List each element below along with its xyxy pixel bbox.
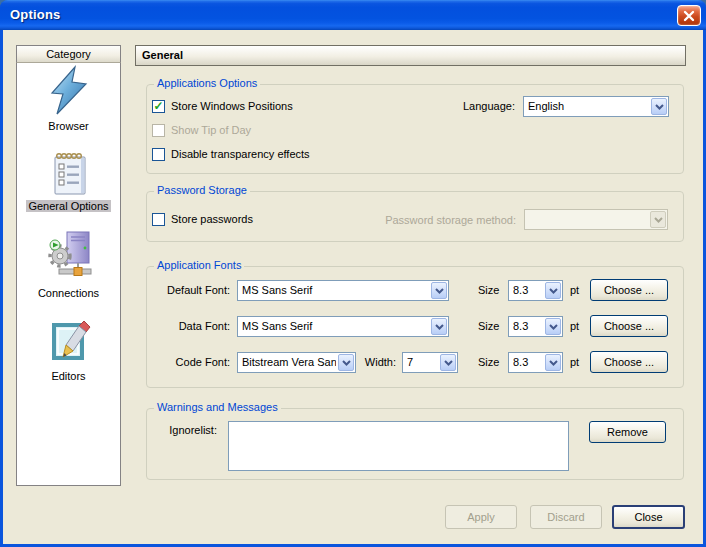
language-label: Language: [440, 100, 515, 113]
show-tip-of-day-checkbox [152, 124, 165, 137]
sidebar-item-label-selected: General Options [26, 200, 110, 212]
data-font-value: MS Sans Serif [242, 320, 429, 332]
code-size-select[interactable]: 8.3 [508, 352, 563, 373]
store-passwords-label: Store passwords [171, 213, 253, 226]
code-font-choose-button[interactable]: Choose ... [590, 351, 668, 373]
ignorelist-listbox[interactable] [228, 421, 569, 471]
window-title: Options [10, 7, 61, 22]
default-size-dropdown-button[interactable] [545, 282, 561, 299]
language-select[interactable]: English [523, 96, 669, 117]
store-passwords-checkbox[interactable] [152, 213, 165, 226]
group-title: Applications Options [154, 77, 260, 90]
code-font-dropdown-button[interactable] [338, 354, 354, 371]
data-font-dropdown-button[interactable] [431, 318, 447, 335]
close-button[interactable] [677, 5, 701, 26]
group-title: Password Storage [154, 184, 250, 197]
titlebar[interactable]: Options [0, 0, 706, 30]
code-width-value: 7 [407, 356, 438, 368]
remove-button[interactable]: Remove [589, 421, 666, 443]
editors-icon[interactable] [48, 316, 94, 366]
default-size-value: 8.3 [513, 284, 543, 296]
default-font-choose-button[interactable]: Choose ... [590, 279, 668, 301]
sidebar-item-label: Connections [38, 287, 99, 299]
discard-button: Discard [530, 505, 602, 529]
apply-button: Apply [445, 505, 517, 529]
code-width-dropdown-button[interactable] [440, 354, 456, 371]
connections-icon[interactable] [45, 228, 95, 280]
code-size-dropdown-button[interactable] [545, 354, 561, 371]
close-dialog-button[interactable]: Close [612, 505, 685, 529]
options-dialog: Options Category Browser [0, 0, 706, 547]
chevron-down-icon [435, 288, 444, 294]
code-width-select[interactable]: 7 [402, 352, 458, 373]
sidebar-item-connections[interactable]: Connections [16, 287, 121, 300]
category-list-header: Category [16, 45, 121, 63]
chevron-down-icon [549, 360, 558, 366]
page-title: General [135, 45, 686, 66]
language-value: English [528, 100, 649, 112]
disable-transparency-checkbox[interactable] [152, 148, 165, 161]
data-pt-label: pt [570, 320, 579, 333]
code-font-select[interactable]: Bitstream Vera Sans Mo [237, 352, 356, 373]
chevron-down-icon [444, 360, 453, 366]
password-method-select [524, 209, 668, 230]
chevron-down-icon [549, 324, 558, 330]
browser-icon[interactable] [45, 64, 93, 116]
password-method-dropdown-button [650, 211, 666, 228]
sidebar-item-label: Browser [48, 120, 88, 132]
group-title: Application Fonts [154, 259, 244, 272]
show-tip-of-day-label: Show Tip of Day [171, 124, 251, 137]
default-font-select[interactable]: MS Sans Serif [237, 280, 449, 301]
button-label: Close [634, 511, 662, 523]
close-icon [683, 10, 695, 22]
default-size-select[interactable]: 8.3 [508, 280, 563, 301]
disable-transparency-label: Disable transparency effects [171, 148, 310, 161]
button-label: Choose ... [604, 284, 654, 296]
check-icon: ✓ [153, 99, 163, 113]
data-size-select[interactable]: 8.3 [508, 316, 563, 337]
default-pt-label: pt [570, 284, 579, 297]
data-font-choose-button[interactable]: Choose ... [590, 315, 668, 337]
password-method-label: Password storage method: [378, 214, 516, 227]
data-size-value: 8.3 [513, 320, 543, 332]
button-label: Apply [467, 511, 495, 523]
store-windows-positions-label: Store Windows Positions [171, 100, 293, 113]
chevron-down-icon [655, 104, 664, 110]
sidebar-item-editors[interactable]: Editors [16, 370, 121, 383]
default-size-label: Size [478, 284, 499, 297]
code-width-label: Width: [360, 356, 396, 369]
default-font-value: MS Sans Serif [242, 284, 429, 296]
default-font-dropdown-button[interactable] [431, 282, 447, 299]
sidebar-item-browser[interactable]: Browser [16, 120, 121, 133]
code-size-value: 8.3 [513, 356, 543, 368]
button-label: Choose ... [604, 320, 654, 332]
chevron-down-icon [654, 217, 663, 223]
button-label: Choose ... [604, 356, 654, 368]
data-size-label: Size [478, 320, 499, 333]
button-label: Remove [607, 426, 648, 438]
data-font-select[interactable]: MS Sans Serif [237, 316, 449, 337]
code-font-value: Bitstream Vera Sans Mo [242, 356, 336, 368]
general-options-icon[interactable] [48, 148, 92, 198]
button-label: Discard [547, 511, 584, 523]
sidebar-item-label: Editors [51, 370, 85, 382]
data-font-label: Data Font: [138, 320, 230, 333]
data-size-dropdown-button[interactable] [545, 318, 561, 335]
sidebar-item-general-options[interactable]: General Options [16, 200, 121, 213]
default-font-label: Default Font: [138, 284, 230, 297]
chevron-down-icon [549, 288, 558, 294]
code-pt-label: pt [570, 356, 579, 369]
chevron-down-icon [342, 360, 351, 366]
group-title: Warnings and Messages [154, 401, 281, 414]
chevron-down-icon [435, 324, 444, 330]
code-size-label: Size [478, 356, 499, 369]
store-windows-positions-checkbox[interactable]: ✓ [152, 100, 165, 113]
language-dropdown-button[interactable] [651, 98, 667, 115]
ignorelist-label: Ignorelist: [130, 424, 217, 437]
code-font-label: Code Font: [138, 356, 230, 369]
